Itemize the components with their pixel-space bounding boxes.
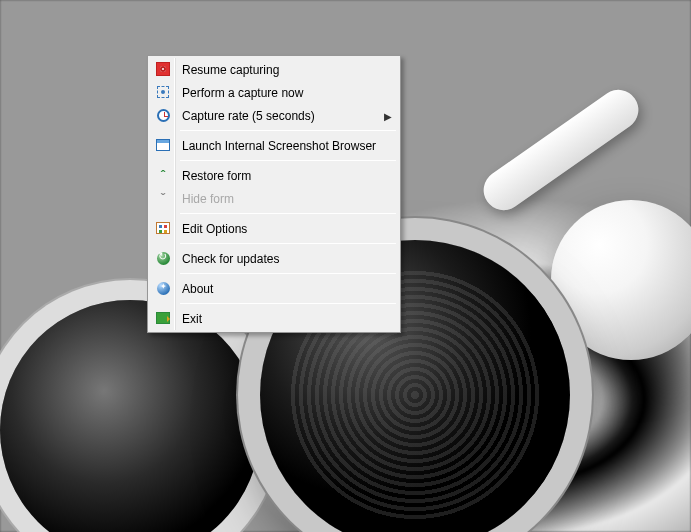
browser-icon [155,137,171,153]
record-icon [155,61,171,77]
menu-item-capture-rate[interactable]: Capture rate (5 seconds) ▶ [150,104,398,127]
label: Exit [182,312,202,326]
menu-separator [180,130,396,131]
label: Capture rate (5 seconds) [182,109,315,123]
about-icon [155,280,171,296]
label: Launch Internal Screenshot Browser [182,139,376,153]
update-icon [155,250,171,266]
menu-item-exit[interactable]: Exit [150,307,398,330]
context-menu: Resume capturing Perform a capture now C… [147,55,401,333]
menu-separator [180,213,396,214]
menu-item-resume-capturing[interactable]: Resume capturing [150,58,398,81]
menu-item-restore-form[interactable]: ˆ Restore form [150,164,398,187]
menu-item-hide-form: ˇ Hide form [150,187,398,210]
stopwatch-icon [155,107,171,123]
menu-item-perform-capture[interactable]: Perform a capture now [150,81,398,104]
exit-icon [155,310,171,326]
label: Restore form [182,169,251,183]
restore-icon: ˆ [155,167,171,183]
label: Hide form [182,192,234,206]
menu-separator [180,273,396,274]
hide-icon: ˇ [155,190,171,206]
menu-item-about[interactable]: About [150,277,398,300]
capture-icon [155,84,171,100]
submenu-arrow-icon: ▶ [384,110,392,121]
menu-item-check-updates[interactable]: Check for updates [150,247,398,270]
label: Check for updates [182,252,279,266]
menu-separator [180,243,396,244]
menu-item-launch-browser[interactable]: Launch Internal Screenshot Browser [150,134,398,157]
label: About [182,282,213,296]
menu-item-edit-options[interactable]: Edit Options [150,217,398,240]
menu-separator [180,160,396,161]
label: Resume capturing [182,63,279,77]
label: Edit Options [182,222,247,236]
menu-separator [180,303,396,304]
label: Perform a capture now [182,86,303,100]
options-icon [155,220,171,236]
